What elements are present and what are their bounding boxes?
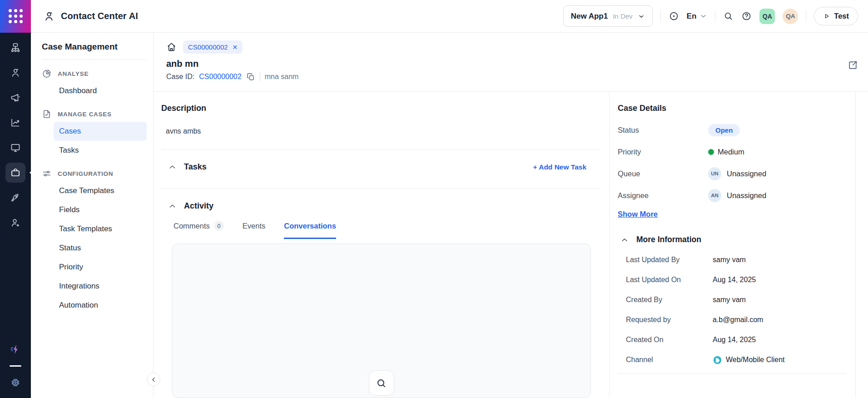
sidebar-item-automation[interactable]: Automation	[54, 296, 147, 315]
avatar-qa-peach[interactable]: QA	[783, 9, 798, 24]
detail-label: Queue	[618, 169, 708, 178]
detail-row-assignee: Assignee AN Unassigned	[618, 184, 846, 206]
divider	[715, 10, 715, 22]
chevron-up-icon[interactable]	[620, 236, 629, 244]
breadcrumb: CS00000002 ✕	[166, 40, 860, 54]
chevron-down-icon	[638, 13, 645, 20]
sidebar: Case Management ANALYSE Dashboard MANAGE…	[31, 33, 154, 398]
section-head-analyse: ANALYSE	[42, 69, 147, 79]
case-details-heading: Case Details	[618, 104, 846, 113]
rail-line-chart-button[interactable]	[5, 113, 25, 133]
info-row-created-by: Created By samy vam	[618, 290, 846, 310]
info-row-last-updated-on: Last Updated On Aug 14, 2025	[618, 270, 846, 290]
info-row-last-updated-by: Last Updated By samy vam	[618, 250, 846, 270]
info-label: Created By	[626, 296, 713, 304]
queue-value: Unassigned	[727, 169, 766, 178]
pie-chart-icon	[42, 69, 52, 79]
sidebar-item-priority[interactable]: Priority	[54, 258, 147, 277]
sidebar-collapse-button[interactable]	[147, 373, 160, 386]
rail-divider	[10, 365, 21, 367]
sidebar-title: Case Management	[42, 42, 147, 60]
info-row-requested-by: Requested by a.b@gmail.com	[618, 310, 846, 330]
tasks-heading: Tasks	[184, 162, 207, 172]
tab-conversations-label: Conversations	[284, 222, 336, 230]
info-label: Last Updated On	[626, 276, 713, 284]
show-more-link[interactable]: Show More	[618, 210, 658, 219]
assignee-avatar: AN	[708, 189, 721, 202]
tab-events[interactable]: Events	[243, 221, 265, 239]
sidebar-item-cases[interactable]: Cases	[54, 122, 147, 141]
help-icon[interactable]	[741, 11, 752, 21]
sidebar-item-fields[interactable]: Fields	[54, 200, 147, 219]
close-icon[interactable]: ✕	[233, 44, 238, 50]
avatar-qa-green[interactable]: QA	[759, 9, 775, 24]
app-launcher-button[interactable]	[0, 0, 31, 33]
status-badge[interactable]: Open	[708, 124, 740, 136]
copy-icon[interactable]	[246, 72, 255, 81]
app-switcher-name: New App1	[571, 12, 608, 21]
open-external-icon[interactable]	[847, 59, 859, 71]
web-channel-icon	[713, 355, 722, 365]
rail-bottom	[5, 339, 25, 398]
target-icon[interactable]	[669, 11, 679, 21]
rail-rocket-button[interactable]	[5, 188, 25, 208]
chevron-up-icon[interactable]	[168, 163, 177, 171]
language-selector[interactable]: En	[687, 12, 708, 21]
tab-conversations[interactable]: Conversations	[284, 221, 336, 239]
section-label: ANALYSE	[58, 70, 89, 77]
info-label: Created On	[626, 336, 713, 344]
conversations-panel	[172, 244, 591, 398]
info-label: Requested by	[626, 316, 713, 324]
app-title-wrap: Contact Center AI	[43, 10, 138, 22]
section-head-configuration: CONFIGURATION	[42, 169, 147, 179]
info-label: Last Updated By	[626, 256, 713, 264]
sidebar-item-tasks[interactable]: Tasks	[54, 141, 147, 160]
test-button[interactable]: Test	[814, 7, 858, 25]
section-label: MANAGE CASES	[58, 111, 112, 118]
rail-user-plus-button[interactable]	[5, 213, 25, 233]
sidebar-item-task-templates[interactable]: Task Templates	[54, 219, 147, 239]
sidebar-item-integrations[interactable]: Integrations	[54, 277, 147, 296]
agent-users-icon	[43, 10, 55, 22]
sidebar-item-dashboard[interactable]: Dashboard	[54, 81, 147, 100]
rail-chip-button[interactable]	[5, 373, 25, 393]
section-label: CONFIGURATION	[58, 170, 113, 177]
rail-users-button[interactable]	[5, 63, 25, 83]
more-information-heading: More Information	[636, 235, 701, 244]
search-icon[interactable]	[723, 11, 734, 21]
rail-monitor-button[interactable]	[5, 138, 25, 158]
tab-comments[interactable]: Comments 0	[174, 221, 224, 239]
rail-flash-button[interactable]	[5, 339, 25, 359]
app-switcher-dropdown[interactable]: New App1 In Dev	[563, 5, 653, 27]
add-new-task-button[interactable]: + Add New Task	[533, 163, 586, 171]
app-switcher-status: In Dev	[613, 12, 632, 20]
sidebar-item-status[interactable]: Status	[54, 239, 147, 258]
assignee-value: Unassigned	[727, 191, 766, 200]
detail-label: Assignee	[618, 191, 708, 200]
case-header: CS00000002 ✕ anb mn Case ID: CS00000002 …	[154, 33, 868, 92]
sidebar-item-case-templates[interactable]: Case Templates	[54, 181, 147, 200]
rail-megaphone-button[interactable]	[5, 88, 25, 108]
detail-label: Status	[618, 126, 708, 134]
rail-workflow-button[interactable]	[5, 38, 25, 58]
detail-label: Priority	[618, 148, 708, 156]
language-label: En	[687, 12, 697, 21]
home-icon[interactable]	[166, 42, 177, 52]
info-row-channel: Channel Web/Mobile Client	[618, 350, 846, 370]
right-gutter	[856, 92, 868, 398]
grid-dots-icon	[9, 9, 23, 23]
top-bar: Contact Center AI New App1 In Dev En QA	[0, 0, 868, 33]
section-head-manage-cases: MANAGE CASES	[42, 109, 147, 119]
detail-row-status: Status Open	[618, 119, 846, 141]
rail-briefcase-button-active[interactable]	[5, 163, 25, 183]
breadcrumb-case-chip[interactable]: CS00000002 ✕	[183, 40, 243, 54]
case-id-link[interactable]: CS00000002	[199, 73, 241, 81]
queue-avatar: UN	[708, 167, 721, 180]
info-row-created-on: Created On Aug 14, 2025	[618, 330, 846, 350]
info-value: a.b@gmail.com	[713, 316, 763, 324]
detail-row-priority: Priority Medium	[618, 141, 846, 163]
divider	[806, 10, 806, 22]
case-subheader: Case ID: CS00000002 mna sanm	[166, 72, 860, 81]
chevron-up-icon[interactable]	[168, 202, 177, 210]
conversation-search-button[interactable]	[369, 370, 394, 396]
